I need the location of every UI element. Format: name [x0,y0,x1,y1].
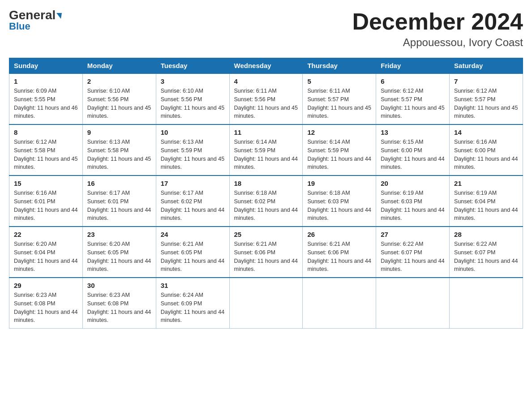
day-info: Sunrise: 6:11 AMSunset: 5:56 PMDaylight:… [234,88,298,119]
weekday-header-sunday: Sunday [9,58,83,74]
day-number: 6 [381,77,445,85]
day-info: Sunrise: 6:23 AMSunset: 6:08 PMDaylight:… [87,292,151,323]
day-info: Sunrise: 6:16 AMSunset: 6:00 PMDaylight:… [454,139,518,170]
day-number: 24 [161,231,225,238]
day-info: Sunrise: 6:13 AMSunset: 5:58 PMDaylight:… [87,139,151,170]
calendar-cell: 20Sunrise: 6:19 AMSunset: 6:03 PMDayligh… [376,176,450,227]
calendar-cell: 10Sunrise: 6:13 AMSunset: 5:59 PMDayligh… [156,124,229,176]
day-info: Sunrise: 6:22 AMSunset: 6:07 PMDaylight:… [454,241,518,272]
day-number: 2 [87,77,151,85]
calendar-cell: 6Sunrise: 6:12 AMSunset: 5:57 PMDaylight… [376,73,450,124]
day-number: 30 [87,282,151,289]
day-info: Sunrise: 6:12 AMSunset: 5:58 PMDaylight:… [14,139,77,170]
weekday-header-thursday: Thursday [303,58,376,74]
day-number: 25 [234,231,298,238]
day-info: Sunrise: 6:12 AMSunset: 5:57 PMDaylight:… [454,88,518,119]
day-number: 20 [381,180,445,187]
calendar-cell: 19Sunrise: 6:18 AMSunset: 6:03 PMDayligh… [303,176,376,227]
calendar-cell [303,278,376,329]
weekday-header-tuesday: Tuesday [156,58,229,74]
calendar-cell: 16Sunrise: 6:17 AMSunset: 6:01 PMDayligh… [82,176,156,227]
day-info: Sunrise: 6:14 AMSunset: 5:59 PMDaylight:… [307,139,371,170]
day-info: Sunrise: 6:16 AMSunset: 6:01 PMDaylight:… [14,190,77,221]
day-number: 15 [14,180,78,187]
day-info: Sunrise: 6:12 AMSunset: 5:57 PMDaylight:… [381,88,444,119]
calendar-cell: 9Sunrise: 6:13 AMSunset: 5:58 PMDaylight… [82,124,156,176]
title-section: December 2024 Appouessou, Ivory Coast [352,9,523,49]
day-info: Sunrise: 6:21 AMSunset: 6:05 PMDaylight:… [161,241,224,272]
calendar-cell: 4Sunrise: 6:11 AMSunset: 5:56 PMDaylight… [229,73,303,124]
day-number: 4 [234,77,298,85]
calendar-cell: 13Sunrise: 6:15 AMSunset: 6:00 PMDayligh… [376,124,450,176]
calendar-cell: 15Sunrise: 6:16 AMSunset: 6:01 PMDayligh… [9,176,83,227]
day-number: 7 [454,77,518,85]
calendar-cell: 8Sunrise: 6:12 AMSunset: 5:58 PMDaylight… [9,124,83,176]
calendar-cell: 7Sunrise: 6:12 AMSunset: 5:57 PMDaylight… [450,73,523,124]
day-number: 31 [161,282,225,289]
day-number: 19 [307,180,371,187]
day-number: 29 [14,282,78,289]
calendar-cell: 17Sunrise: 6:17 AMSunset: 6:02 PMDayligh… [156,176,229,227]
calendar-cell: 3Sunrise: 6:10 AMSunset: 5:56 PMDaylight… [156,73,229,124]
day-info: Sunrise: 6:09 AMSunset: 5:55 PMDaylight:… [14,88,77,119]
calendar-cell: 26Sunrise: 6:21 AMSunset: 6:06 PMDayligh… [303,227,376,278]
calendar-cell: 2Sunrise: 6:10 AMSunset: 5:56 PMDaylight… [82,73,156,124]
day-number: 12 [307,128,371,136]
page-header: General Blue December 2024 Appouessou, I… [9,9,523,49]
day-info: Sunrise: 6:18 AMSunset: 6:03 PMDaylight:… [307,190,371,221]
week-row-5: 29Sunrise: 6:23 AMSunset: 6:08 PMDayligh… [9,278,523,329]
calendar-cell [450,278,523,329]
calendar-table: SundayMondayTuesdayWednesdayThursdayFrid… [9,58,523,329]
day-info: Sunrise: 6:20 AMSunset: 6:05 PMDaylight:… [87,241,151,272]
day-info: Sunrise: 6:14 AMSunset: 5:59 PMDaylight:… [234,139,298,170]
weekday-header-wednesday: Wednesday [229,58,303,74]
day-number: 17 [161,180,225,187]
calendar-cell: 11Sunrise: 6:14 AMSunset: 5:59 PMDayligh… [229,124,303,176]
weekday-header-row: SundayMondayTuesdayWednesdayThursdayFrid… [9,58,523,74]
day-info: Sunrise: 6:11 AMSunset: 5:57 PMDaylight:… [307,88,371,119]
weekday-header-friday: Friday [376,58,450,74]
day-info: Sunrise: 6:19 AMSunset: 6:03 PMDaylight:… [381,190,444,221]
day-number: 21 [454,180,518,187]
calendar-cell: 23Sunrise: 6:20 AMSunset: 6:05 PMDayligh… [82,227,156,278]
location-title: Appouessou, Ivory Coast [352,36,523,49]
day-info: Sunrise: 6:22 AMSunset: 6:07 PMDaylight:… [381,241,444,272]
day-number: 13 [381,128,445,136]
day-info: Sunrise: 6:18 AMSunset: 6:02 PMDaylight:… [234,190,298,221]
week-row-3: 15Sunrise: 6:16 AMSunset: 6:01 PMDayligh… [9,176,523,227]
day-number: 28 [454,231,518,238]
calendar-cell: 5Sunrise: 6:11 AMSunset: 5:57 PMDaylight… [303,73,376,124]
calendar-cell: 21Sunrise: 6:19 AMSunset: 6:04 PMDayligh… [450,176,523,227]
day-number: 1 [14,77,78,85]
calendar-cell: 30Sunrise: 6:23 AMSunset: 6:08 PMDayligh… [82,278,156,329]
day-info: Sunrise: 6:10 AMSunset: 5:56 PMDaylight:… [161,88,224,119]
day-info: Sunrise: 6:15 AMSunset: 6:00 PMDaylight:… [381,139,444,170]
day-number: 11 [234,128,298,136]
day-info: Sunrise: 6:17 AMSunset: 6:02 PMDaylight:… [161,190,224,221]
day-number: 14 [454,128,518,136]
weekday-header-monday: Monday [82,58,156,74]
day-number: 8 [14,128,78,136]
day-number: 23 [87,231,151,238]
calendar-cell: 22Sunrise: 6:20 AMSunset: 6:04 PMDayligh… [9,227,83,278]
calendar-cell: 24Sunrise: 6:21 AMSunset: 6:05 PMDayligh… [156,227,229,278]
day-info: Sunrise: 6:10 AMSunset: 5:56 PMDaylight:… [87,88,151,119]
day-info: Sunrise: 6:19 AMSunset: 6:04 PMDaylight:… [454,190,518,221]
week-row-1: 1Sunrise: 6:09 AMSunset: 5:55 PMDaylight… [9,73,523,124]
month-title: December 2024 [352,9,523,34]
day-number: 9 [87,128,151,136]
day-number: 18 [234,180,298,187]
calendar-cell [229,278,303,329]
calendar-cell: 25Sunrise: 6:21 AMSunset: 6:06 PMDayligh… [229,227,303,278]
week-row-2: 8Sunrise: 6:12 AMSunset: 5:58 PMDaylight… [9,124,523,176]
calendar-cell: 1Sunrise: 6:09 AMSunset: 5:55 PMDaylight… [9,73,83,124]
day-number: 3 [161,77,225,85]
day-info: Sunrise: 6:13 AMSunset: 5:59 PMDaylight:… [161,139,224,170]
logo-general: General [9,9,62,21]
logo-blue: Blue [9,21,30,32]
week-row-4: 22Sunrise: 6:20 AMSunset: 6:04 PMDayligh… [9,227,523,278]
calendar-cell: 29Sunrise: 6:23 AMSunset: 6:08 PMDayligh… [9,278,83,329]
day-info: Sunrise: 6:21 AMSunset: 6:06 PMDaylight:… [307,241,371,272]
logo: General Blue [9,9,62,32]
day-number: 5 [307,77,371,85]
